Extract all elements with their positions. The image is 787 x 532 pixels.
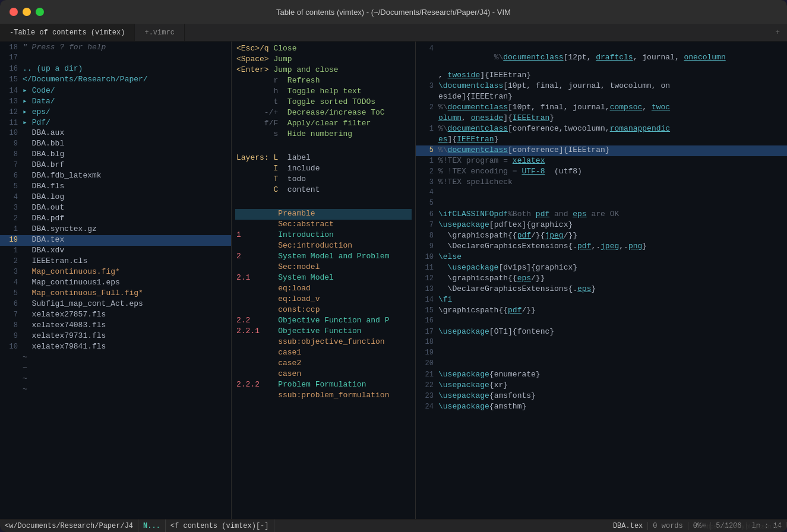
file-tree-area: 18 " Press ? for help 17 16 .. (up a dir… (0, 42, 231, 519)
toc-2-1: 2.1 System Model (235, 273, 412, 284)
r-line-18: 18 (416, 338, 787, 349)
vimrc-area: 4 %\documentclass[12pt, draftcls, journa… (416, 42, 787, 519)
toc-preamble: Preamble (235, 209, 412, 220)
line-1b: 1 DBA.xdv (0, 246, 231, 256)
layers-T: T todo (235, 175, 412, 185)
r-line-23: 23 \usepackage{amsfonts} (416, 391, 787, 402)
line-16: 16 .. (up a dir) (0, 64, 231, 75)
tab-toc[interactable]: -Table of contents (vimtex) (0, 24, 135, 41)
status-n-badge: N... (138, 520, 166, 532)
r-line-7: 7 \usepackage[pdftex]{graphicx} (416, 220, 787, 231)
line-6: 6 DBA.fdb_latexmk (0, 171, 231, 182)
r-line-3c: 3 %!TEX spellcheck (416, 178, 787, 188)
line-19-selected: 19 DBA.tex (0, 235, 231, 246)
line-15: 15 </Documents/Research/Paper/ (0, 75, 231, 86)
r-line-19: 19 (416, 349, 787, 359)
help-minus: -/+ Decrease/increase ToC (235, 108, 412, 119)
line-10b: 10 xelatex79841.fls (0, 342, 231, 353)
r-line-4: 4 %\documentclass[12pt, draftcls, journa… (416, 44, 787, 71)
r-line-16: 16 (416, 316, 787, 327)
line-4b: 4 Map_continuous1.eps (0, 278, 231, 289)
r-line-14: 14 \fi (416, 295, 787, 306)
toc-2-2-1: 2.2.1 Objective Function (235, 327, 412, 337)
line-7: 7 DBA.brf (0, 160, 231, 171)
line-14: 14 ▸ Code/ (0, 86, 231, 96)
help-f: f/F Apply/clear filter (235, 119, 412, 129)
tilde-1: ~ (0, 353, 231, 363)
toc-ssub-prob: ssub:problem_formulation (235, 391, 412, 401)
r-line-3b: eside]{IEEEtran} (416, 92, 787, 103)
maximize-button[interactable] (36, 8, 44, 16)
help-h: h Toggle help text (235, 87, 412, 97)
line-9b: 9 xelatex79731.fls (0, 331, 231, 342)
spacer-1 (235, 142, 412, 153)
traffic-lights (10, 8, 44, 16)
help-r: r Refresh (235, 76, 412, 87)
r-line-1: 1 %\documentclass[conference,twocolumn,r… (416, 124, 787, 135)
r-line-5c: 5 (416, 199, 787, 210)
toc-system: 2 System Model and Problem (235, 252, 412, 262)
line-6b: 6 Subfig1_map_cont_Act.eps (0, 299, 231, 310)
r-line-4c: 4 (416, 188, 787, 199)
r-line-2: 2 %\documentclass[10pt, final, journal,c… (416, 103, 787, 113)
r-line-15: 15 \graphicspath{{pdf/}} (416, 306, 787, 316)
r-line-20: 20 (416, 359, 787, 370)
r-line-21: 21 \usepackage{enumerate} (416, 370, 787, 381)
r-line-22: 22 \usepackage{xr} (416, 381, 787, 391)
spacer-2 (235, 198, 412, 209)
help-enter: <Enter> Jump and close (235, 65, 412, 76)
line-2: 2 DBA.pdf (0, 214, 231, 224)
titlebar: Table of contents (vimtex) - (~/Document… (0, 0, 787, 24)
line-17: 17 (0, 53, 231, 64)
r-line-4b: , twoside]{IEEEtran} (416, 71, 787, 81)
line-4: 4 DBA.log (0, 192, 231, 203)
r-line-17: 17 \usepackage[OT1]{fontenc} (416, 327, 787, 338)
line-8: 8 DBA.blg (0, 150, 231, 160)
toc-ssub-obj: ssub:objective_function (235, 337, 412, 348)
r-line-24: 24 \usepackage{amsthm} (416, 402, 787, 413)
toc-pane: <Esc>/q Close <Space> Jump <Enter> Jump … (232, 42, 416, 519)
line-9: 9 DBA.bbl (0, 139, 231, 150)
toc-case2: case2 (235, 359, 412, 369)
line-1a: 1 DBA.synctex.gz (0, 224, 231, 235)
status-toc-file: <f contents (vimtex)[-] (166, 520, 274, 532)
r-line-11: 11 \usepackage[dvips]{graphicx} (416, 263, 787, 274)
r-line-3: 3 \documentclass[10pt, final, journal, t… (416, 81, 787, 92)
toc-intro: 1 Introduction (235, 230, 412, 241)
status-words: 0 words (648, 522, 688, 530)
tilde-3: ~ (0, 374, 231, 385)
toc-eq-load: eq:load (235, 284, 412, 294)
help-space: <Space> Jump (235, 55, 412, 65)
tab-vimrc[interactable]: +.vimrc (135, 24, 184, 41)
help-t: t Toggle sorted TODOs (235, 97, 412, 108)
toc-area: <Esc>/q Close <Space> Jump <Enter> Jump … (232, 42, 415, 519)
vim-window: Table of contents (vimtex) - (~/Document… (0, 0, 787, 532)
toc-case1: case1 (235, 348, 412, 359)
line-2b: 2 IEEEtran.cls (0, 256, 231, 267)
r-line-10: 10 \else (416, 252, 787, 263)
r-line-2c: 2 % !TEX encoding = UTF-8 (utf8) (416, 167, 787, 178)
tilde-4: ~ (0, 385, 231, 395)
r-line-12: 12 \graphicspath{{eps/}} (416, 274, 787, 284)
help-s: s Hide numbering (235, 129, 412, 140)
close-button[interactable] (10, 8, 18, 16)
line-12: 12 ▸ eps/ (0, 107, 231, 118)
line-11: 11 ▸ Pdf/ (0, 118, 231, 128)
layers-L: Layers: L label (235, 153, 412, 164)
minimize-button[interactable] (23, 8, 31, 16)
line-10: 10 DBA.aux (0, 128, 231, 139)
toc-casen: casen (235, 369, 412, 380)
line-7b: 7 xelatex27857.fls (0, 310, 231, 321)
toc-sec-intro: Sec:introduction (235, 241, 412, 252)
status-filename: DBA.tex (608, 522, 648, 530)
tab-bar: -Table of contents (vimtex) +.vimrc + (0, 24, 787, 42)
r-line-2b: olumn, oneside]{IEEEtran} (416, 113, 787, 124)
toc-sec-model: Sec:model (235, 262, 412, 273)
r-line-8: 8 \graphicspath{{pdf/}{jpeg/}} (416, 231, 787, 242)
status-path: <w/Documents/Research/Paper/J4 (0, 520, 138, 532)
line-13: 13 ▸ Data/ (0, 96, 231, 107)
tab-add-button[interactable]: + (768, 24, 787, 41)
file-tree-pane: 18 " Press ? for help 17 16 .. (up a dir… (0, 42, 232, 519)
tilde-2: ~ (0, 363, 231, 374)
toc-abstract: Sec:abstract (235, 220, 412, 230)
